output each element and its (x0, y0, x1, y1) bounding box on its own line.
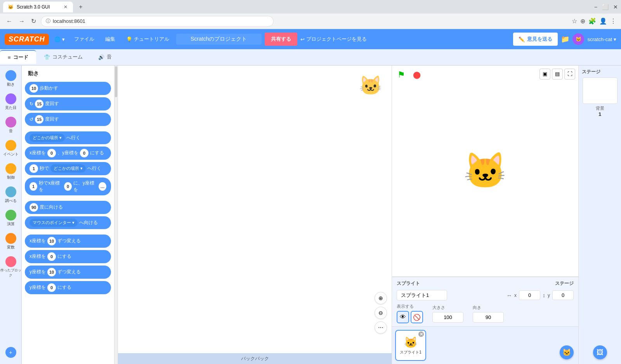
glide-xy-x[interactable]: 0 (64, 182, 72, 191)
bookmark-button[interactable]: ☆ (572, 17, 577, 25)
glide-xy-y-partial: … (99, 182, 106, 191)
scripts-area: 🐱 ⊕ ⊖ ⋯ バックパック (118, 66, 392, 364)
share-button[interactable]: 共有する (265, 33, 297, 46)
edit-menu-button[interactable]: 編集 (101, 33, 119, 45)
project-name-input[interactable] (176, 34, 262, 45)
block-change-y[interactable]: y座標を 10 ずつ変える (25, 266, 111, 279)
change-y-val[interactable]: 10 (47, 268, 56, 276)
user-avatar-nav[interactable]: 👤 (599, 17, 607, 25)
hide-button[interactable]: 🚫 (411, 311, 423, 323)
variables-dot (5, 233, 16, 244)
sidebar-item-extensions[interactable]: + (5, 344, 16, 361)
sidebar-item-looks[interactable]: 見た目 (0, 90, 21, 114)
change-x-val[interactable]: 10 (47, 237, 56, 245)
user-menu-button[interactable]: scratch-cat ▾ (587, 36, 616, 42)
tab-sound[interactable]: 🔊 音 (90, 50, 120, 64)
set-x-val[interactable]: 0 (47, 252, 56, 261)
x-coord-input[interactable] (519, 290, 540, 300)
add-sprite-button[interactable]: 🐱 (560, 345, 574, 359)
y-coord-input[interactable] (552, 290, 574, 300)
zoom-reset-button[interactable]: ⋯ (375, 321, 387, 334)
size-input[interactable] (432, 312, 463, 323)
close-button[interactable]: ✕ (613, 4, 618, 10)
block-face-toward[interactable]: マウスのポインター ▾ へ向ける (25, 216, 111, 229)
minimize-button[interactable]: − (594, 4, 597, 10)
sidebar-item-variables[interactable]: 変数 (0, 230, 21, 253)
sidebar-item-sound[interactable]: 音 (0, 114, 21, 137)
profile-button[interactable]: ⊕ (580, 17, 585, 25)
extension-dot: + (5, 347, 16, 358)
block-glide[interactable]: 1 秒で どこかの場所 ▾ へ行く (25, 162, 111, 175)
block-set-y[interactable]: y座標を 0 にする (25, 281, 111, 294)
file-menu-button[interactable]: ファイル (70, 33, 98, 45)
menu-button[interactable]: ⋮ (610, 17, 616, 25)
set-xy-y-val[interactable]: 0 (80, 149, 88, 157)
sprite-name-input[interactable] (397, 290, 447, 300)
glide-xy-val[interactable]: 1 (29, 182, 37, 191)
glide-dropdown[interactable]: どこかの場所 ▾ (50, 164, 86, 173)
set-y-val[interactable]: 0 (47, 283, 56, 292)
block-goto[interactable]: どこかの場所 ▾ へ行く (25, 131, 111, 144)
stage-layout-button[interactable]: ▤ (552, 69, 563, 79)
stage-canvas[interactable]: 🐱 ⊕ ⊖ ⋯ (118, 66, 392, 353)
forward-button[interactable]: → (17, 16, 26, 26)
blocks-scrollbar[interactable] (114, 66, 118, 364)
green-flag-button[interactable]: ⚑ (395, 69, 408, 81)
folder-button[interactable]: 📁 (561, 35, 569, 43)
language-button[interactable]: 🌐 ▾ (52, 35, 67, 44)
sidebar-item-myblocks[interactable]: 作ったブロック (0, 253, 21, 281)
fullscreen-button[interactable]: ⛶ (564, 69, 575, 79)
sprite-card-sprite1[interactable]: 🐱 スプライト1 ✕ (395, 330, 426, 361)
tab-code[interactable]: ≡ コード (0, 50, 36, 64)
goto-dropdown[interactable]: どこかの場所 ▾ (29, 134, 65, 142)
glide-val[interactable]: 1 (29, 164, 38, 173)
maximize-button[interactable]: ⬜ (602, 4, 609, 10)
sidebar-item-motion[interactable]: 動き (0, 67, 21, 90)
sidebar-item-control[interactable]: 制御 (0, 160, 21, 183)
blocks-scroll-thumb[interactable] (115, 66, 117, 97)
address-bar[interactable]: ⓘ localhost:8601 (41, 16, 274, 27)
sidebar-item-events[interactable]: イベント (0, 137, 21, 160)
tab-close-button[interactable]: ✕ (63, 4, 68, 10)
toward-dropdown[interactable]: マウスのポインター ▾ (29, 219, 78, 227)
zoom-out-button[interactable]: ⊖ (375, 307, 387, 319)
split-layout-button[interactable]: ▣ (539, 69, 550, 79)
project-page-button[interactable]: ↩ プロジェクトページを見る (300, 36, 367, 43)
zoom-in-button[interactable]: ⊕ (375, 292, 387, 304)
dir-prop: 向き (473, 305, 504, 323)
block-face-dir[interactable]: 90 度に向ける (25, 201, 111, 214)
block-set-x[interactable]: x座標を 0 にする (25, 250, 111, 263)
extension-button[interactable]: 🧩 (588, 17, 596, 25)
layout-buttons: ▣ ▤ ⛶ (539, 69, 575, 79)
refresh-button[interactable]: ↻ (29, 16, 38, 26)
sound-dot (5, 117, 16, 128)
block-rotate-right[interactable]: ↻ 15 度回す (25, 97, 111, 110)
block-glide-xy[interactable]: 1 秒でx座標を 0 に、y座標を … (25, 178, 111, 195)
back-button[interactable]: ← (5, 16, 14, 26)
myblocks-dot (5, 256, 16, 267)
new-tab-button[interactable]: + (76, 2, 85, 12)
backpack-bar[interactable]: バックパック (118, 353, 392, 364)
sidebar-item-sensing[interactable]: 調べる (0, 183, 21, 207)
sprite-card-close-button[interactable]: ✕ (418, 331, 424, 337)
stop-button[interactable]: ⬤ (411, 69, 423, 81)
myblocks-label: 作ったブロック (0, 268, 21, 278)
add-stage-button[interactable]: 🖼 (593, 345, 607, 359)
set-xy-x-val[interactable]: 0 (47, 149, 56, 157)
block-move-val[interactable]: 10 (29, 84, 38, 93)
dir-input[interactable] (473, 312, 504, 323)
sidebar-item-operators[interactable]: 演算 (0, 207, 21, 230)
block-change-x[interactable]: x座標を 10 ずつ変える (25, 235, 111, 248)
block-move[interactable]: 10 歩動かす (25, 82, 111, 95)
show-button[interactable]: 👁 (397, 311, 409, 323)
feedback-button[interactable]: ✏️ 意見を送る (513, 33, 558, 46)
block-rotate-right-val[interactable]: 15 (35, 100, 43, 108)
face-dir-val[interactable]: 90 (29, 203, 38, 212)
stage-thumbnail[interactable] (583, 78, 618, 104)
tab-costume[interactable]: 👕 コスチューム (36, 50, 90, 64)
block-rotate-left-val[interactable]: 15 (35, 115, 43, 124)
tutorial-button[interactable]: 💡 チュートリアル (122, 33, 173, 45)
block-rotate-left[interactable]: ↺ 15 度回す (25, 113, 111, 126)
block-set-xy[interactable]: x座標を 0 、y座標を 0 にする (25, 147, 111, 160)
browser-tab[interactable]: 🐱 Scratch 3.0 GUI ✕ (3, 2, 73, 12)
